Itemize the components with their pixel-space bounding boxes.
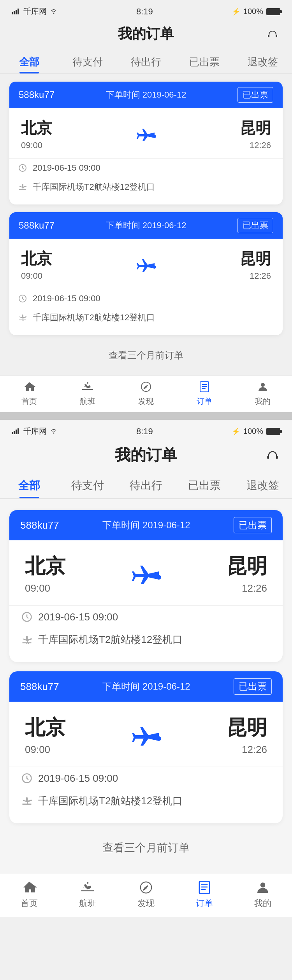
signal-area: 千库网 bbox=[12, 6, 58, 17]
flight-date-text-3: 2019-06-15 09:00 bbox=[38, 611, 118, 623]
headset-icon[interactable] bbox=[265, 28, 280, 43]
tab-ticketed[interactable]: 已出票 bbox=[175, 50, 234, 73]
see-more-link-2[interactable]: 查看三个月前订单 bbox=[9, 833, 283, 863]
order-details-2: 2019-06-15 09:00 千库国际机场T2航站楼12登机口 bbox=[9, 289, 283, 335]
svg-rect-12 bbox=[202, 386, 207, 387]
airport-icon-1 bbox=[17, 182, 28, 192]
order-header-2: 588ku77 下单时间 2019-06-12 已出票 bbox=[9, 212, 283, 239]
order-id-4: 588ku77 bbox=[20, 681, 59, 693]
airport-icon-2 bbox=[17, 312, 28, 323]
nav-home[interactable]: 首页 bbox=[0, 380, 58, 407]
clock-icon-1 bbox=[17, 162, 28, 173]
nav2-orders[interactable]: 订单 bbox=[175, 880, 234, 909]
flight-row-1: 北京 09:00 昆明 12:26 bbox=[9, 108, 283, 158]
order-header-3: 588ku77 下单时间 2019-06-12 已出票 bbox=[9, 510, 283, 540]
plane-icon-2 bbox=[52, 258, 240, 272]
svg-rect-3 bbox=[18, 9, 19, 14]
order-status-2: 已出票 bbox=[237, 218, 273, 233]
svg-rect-5 bbox=[268, 35, 269, 37]
signal-icon-2 bbox=[12, 426, 20, 437]
tab2-refund[interactable]: 退改签 bbox=[234, 472, 292, 498]
airport-row-3: 千库国际机场T2航站楼12登机口 bbox=[20, 628, 272, 651]
svg-rect-1 bbox=[14, 11, 15, 14]
order-time-1: 下单时间 2019-06-12 bbox=[106, 89, 186, 101]
tab2-pending-depart[interactable]: 待出行 bbox=[117, 472, 175, 498]
flight-date-row-4: 2019-06-15 09:00 bbox=[20, 767, 272, 790]
order-time-4: 下单时间 2019-06-12 bbox=[102, 680, 190, 693]
nav2-orders-label: 订单 bbox=[196, 898, 213, 909]
to-city-2: 昆明 12:26 bbox=[240, 248, 271, 281]
tab-refund[interactable]: 退改签 bbox=[234, 50, 292, 73]
clock-icon-2 bbox=[17, 293, 28, 304]
nav-discover[interactable]: 发现 bbox=[117, 380, 175, 407]
svg-rect-2 bbox=[16, 10, 17, 14]
from-city-3: 北京 09:00 bbox=[25, 553, 65, 594]
page-title: 我的订单 bbox=[118, 24, 174, 44]
svg-rect-26 bbox=[201, 884, 208, 885]
svg-rect-27 bbox=[201, 887, 208, 887]
nav-orders[interactable]: 订单 bbox=[175, 380, 234, 407]
user-icon bbox=[256, 380, 270, 394]
nav-discover-label: 发现 bbox=[138, 396, 154, 407]
nav2-flight[interactable]: 航班 bbox=[58, 880, 117, 909]
see-more-link[interactable]: 查看三个月前订单 bbox=[9, 343, 283, 368]
order-card-4: 588ku77 下单时间 2019-06-12 已出票 北京 09:00 昆明 bbox=[9, 671, 283, 823]
bottom-nav: 首页 航班 发现 bbox=[0, 376, 292, 412]
svg-point-4 bbox=[53, 12, 55, 14]
tab-pending-pay[interactable]: 待支付 bbox=[58, 50, 117, 73]
wifi-icon bbox=[50, 7, 58, 17]
battery-percent-2: 100% bbox=[243, 427, 263, 436]
battery-area: ⚡ 100% bbox=[232, 7, 280, 17]
tab-all[interactable]: 全部 bbox=[0, 50, 58, 73]
page-title-2: 我的订单 bbox=[115, 444, 177, 466]
headset-icon-2[interactable] bbox=[265, 449, 280, 464]
to-city-1: 昆明 12:26 bbox=[240, 117, 271, 150]
tab-pending-depart[interactable]: 待出行 bbox=[117, 50, 175, 73]
svg-rect-13 bbox=[202, 388, 206, 389]
tab2-all[interactable]: 全部 bbox=[0, 472, 58, 498]
user-icon-2 bbox=[255, 880, 271, 895]
airport-text-3: 千库国际机场T2航站楼12登机口 bbox=[38, 633, 183, 646]
flight-date-row-1: 2019-06-15 09:00 bbox=[17, 159, 275, 177]
svg-rect-28 bbox=[201, 889, 206, 890]
airport-icon-4 bbox=[20, 795, 33, 808]
signal-icon bbox=[12, 7, 20, 17]
orders-list-2: 588ku77 下单时间 2019-06-12 已出票 北京 09:00 昆明 bbox=[0, 499, 292, 874]
order-card-3: 588ku77 下单时间 2019-06-12 已出票 北京 09:00 昆明 bbox=[9, 510, 283, 662]
order-details-4: 2019-06-15 09:00 千库国际机场T2航站楼12登机口 bbox=[9, 767, 283, 823]
order-time-3: 下单时间 2019-06-12 bbox=[102, 519, 190, 531]
signal-area-2: 千库网 bbox=[12, 426, 58, 437]
plane-icon-4 bbox=[65, 725, 227, 746]
orders-icon-2 bbox=[197, 880, 212, 895]
tab2-pending-pay[interactable]: 待支付 bbox=[58, 472, 117, 498]
airport-row-4: 千库国际机场T2航站楼12登机口 bbox=[20, 790, 272, 812]
svg-rect-17 bbox=[16, 430, 17, 434]
nav2-home[interactable]: 首页 bbox=[0, 880, 58, 909]
nav-mine[interactable]: 我的 bbox=[234, 380, 292, 407]
wifi-icon-2 bbox=[50, 426, 58, 437]
airport-row-2: 千库国际机场T2航站楼12登机口 bbox=[17, 308, 275, 327]
nav-mine-label: 我的 bbox=[255, 396, 271, 407]
discover-icon bbox=[139, 380, 153, 394]
order-header-4: 588ku77 下单时间 2019-06-12 已出票 bbox=[9, 671, 283, 702]
order-time-2: 下单时间 2019-06-12 bbox=[106, 220, 186, 231]
battery-icon-2 bbox=[266, 426, 280, 437]
nav2-mine-label: 我的 bbox=[254, 898, 271, 909]
nav-flight[interactable]: 航班 bbox=[58, 380, 117, 407]
order-card-1: 588ku77 下单时间 2019-06-12 已出票 北京 09:00 昆明 bbox=[9, 82, 283, 204]
order-id-3: 588ku77 bbox=[20, 519, 59, 531]
nav2-flight-label: 航班 bbox=[79, 898, 96, 909]
status-bar-2: 千库网 8:19 ⚡ 100% bbox=[0, 420, 292, 440]
to-city-4: 昆明 12:26 bbox=[227, 714, 267, 756]
svg-point-29 bbox=[260, 882, 266, 887]
order-details-3: 2019-06-15 09:00 千库国际机场T2航站楼12登机口 bbox=[9, 605, 283, 662]
nav2-discover[interactable]: 发现 bbox=[117, 880, 175, 909]
svg-rect-21 bbox=[276, 456, 278, 458]
airport-text-2: 千库国际机场T2航站楼12登机口 bbox=[33, 312, 155, 323]
tab2-ticketed[interactable]: 已出票 bbox=[175, 472, 234, 498]
flight-row-4: 北京 09:00 昆明 12:26 bbox=[9, 702, 283, 767]
svg-point-19 bbox=[53, 432, 55, 433]
nav2-mine[interactable]: 我的 bbox=[234, 880, 292, 909]
svg-point-14 bbox=[261, 383, 265, 387]
flight-icon-2 bbox=[80, 880, 95, 895]
